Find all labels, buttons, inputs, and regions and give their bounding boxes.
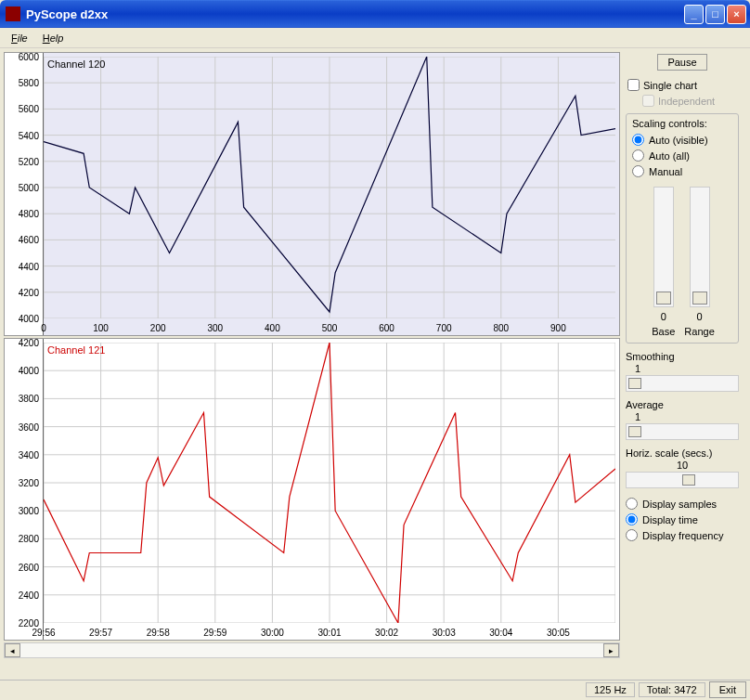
window-title: PyScope d2xx [26,7,684,21]
chart-title-121: Channel 121 [47,344,105,356]
radio-auto-all-row[interactable]: Auto (all) [632,148,734,163]
average-value: 1 [626,411,739,422]
range-label: Range [684,326,714,337]
statusbar: 125 Hz Total: 3472 Exit [0,680,750,698]
smoothing-slider-thumb[interactable] [628,378,641,389]
status-total: Total: 3472 [639,682,705,697]
base-value: 0 [661,311,666,322]
radio-display-samples-row[interactable]: Display samples [626,496,739,512]
maximize-button[interactable]: □ [705,5,725,24]
radio-display-frequency-row[interactable]: Display frequency [626,527,739,543]
chart-channel-121: 2200240026002800300032003400360038004000… [4,338,620,641]
radio-display-frequency[interactable] [626,529,638,541]
average-slider[interactable] [626,423,739,440]
horizontal-scrollbar[interactable]: ◂ ▸ [4,642,620,658]
range-value: 0 [696,311,702,322]
status-hz: 125 Hz [586,682,635,697]
menu-help[interactable]: Help [37,31,70,45]
radio-display-samples[interactable] [626,498,638,510]
radio-auto-visible-row[interactable]: Auto (visible) [632,132,734,148]
smoothing-slider[interactable] [626,375,739,392]
radio-display-time-row[interactable]: Display time [626,512,739,527]
single-chart-label: Single chart [643,80,697,91]
average-slider-thumb[interactable] [628,426,641,437]
minimize-button[interactable]: _ [684,5,704,24]
menu-file[interactable]: File [6,31,33,45]
scroll-track[interactable] [20,643,603,657]
independent-label: Independent [658,96,715,107]
independent-checkbox-row: Independent [626,94,739,108]
menubar: File Help [0,28,750,48]
range-slider-thumb[interactable] [692,292,707,305]
hscale-slider[interactable] [626,472,739,488]
smoothing-label: Smoothing [626,351,739,362]
scaling-controls-group: Scaling controls: Auto (visible) Auto (a… [626,113,739,344]
radio-manual[interactable] [632,165,644,177]
range-slider[interactable] [690,187,710,307]
hscale-value: 10 [626,460,739,471]
base-label: Base [652,326,675,337]
close-button[interactable]: × [727,5,746,24]
scroll-right-button[interactable]: ▸ [603,643,619,657]
hscale-label: Horiz. scale (secs.) [626,447,739,459]
single-chart-checkbox[interactable] [627,79,640,91]
hscale-slider-thumb[interactable] [682,474,695,486]
independent-checkbox [642,95,654,107]
scaling-title: Scaling controls: [632,118,734,129]
single-chart-checkbox-row[interactable]: Single chart [626,78,739,92]
titlebar: PyScope d2xx _ □ × [0,0,750,28]
base-slider[interactable] [653,187,674,307]
radio-manual-row[interactable]: Manual [632,163,734,179]
chart-channel-120: 4000420044004600480050005200540056005800… [4,52,620,336]
radio-auto-all[interactable] [632,149,644,162]
smoothing-value: 1 [626,363,739,374]
average-label: Average [626,399,739,410]
chart-title-120: Channel 120 [47,58,105,70]
exit-button[interactable]: Exit [709,681,746,698]
base-slider-thumb[interactable] [656,292,671,305]
scroll-left-button[interactable]: ◂ [5,643,20,657]
radio-display-time[interactable] [626,513,638,525]
radio-auto-visible[interactable] [632,134,644,146]
chart-column: 4000420044004600480050005200540056005800… [0,48,622,680]
pause-button[interactable]: Pause [657,54,706,71]
side-panel: Pause Single chart Independent Scaling c… [622,48,744,680]
app-icon [6,6,20,21]
